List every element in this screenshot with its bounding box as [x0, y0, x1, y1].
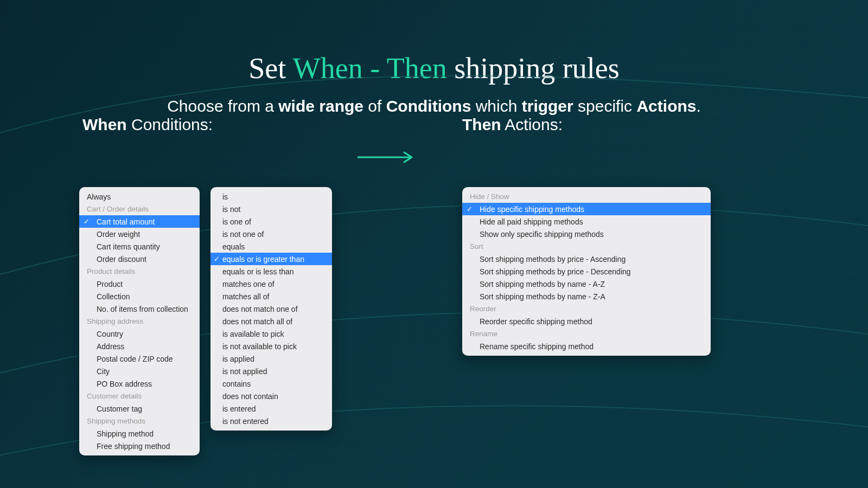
condition-item-always[interactable]: Always — [79, 190, 200, 203]
operator-item[interactable]: is not entered — [210, 415, 332, 427]
section-label-then: Then Actions: — [462, 115, 563, 134]
action-item[interactable]: Sort shipping methods by name - Z-A — [462, 290, 711, 303]
title-accent: When - Then — [293, 52, 447, 85]
action-item[interactable]: Hide all paid shipping methods — [462, 215, 711, 228]
page-title: Set When - Then shipping rules — [0, 0, 868, 85]
operator-item[interactable]: matches one of — [210, 278, 332, 290]
actions-dropdown[interactable]: Hide / ShowHide specific shipping method… — [462, 187, 711, 356]
operator-item[interactable]: is not available to pick — [210, 340, 332, 352]
condition-item[interactable]: Postal code / ZIP code — [79, 352, 200, 365]
operator-item[interactable]: is entered — [210, 402, 332, 415]
condition-item[interactable]: PO Box address — [79, 377, 200, 390]
action-item[interactable]: Rename specific shipping method — [462, 340, 711, 352]
action-item[interactable]: Sort shipping methods by name - A-Z — [462, 278, 711, 290]
condition-item[interactable]: Order discount — [79, 253, 200, 265]
condition-group-label: Product details — [79, 265, 200, 278]
operator-item[interactable]: is applied — [210, 352, 332, 365]
arrow-icon — [355, 149, 420, 168]
action-item[interactable]: Show only specific shipping methods — [462, 228, 711, 240]
operators-dropdown[interactable]: isis notis one ofis not one ofequalsequa… — [210, 187, 332, 431]
condition-item[interactable]: Order weight — [79, 228, 200, 240]
operator-item[interactable]: contains — [210, 377, 332, 390]
condition-item[interactable]: Customer tag — [79, 402, 200, 415]
condition-item[interactable]: Cart items quantity — [79, 240, 200, 253]
title-pre: Set — [248, 52, 293, 85]
action-group-label: Sort — [462, 240, 711, 253]
action-group-label: Hide / Show — [462, 190, 711, 203]
conditions-dropdown[interactable]: AlwaysCart / Order detailsCart total amo… — [79, 187, 200, 455]
operator-item[interactable]: is — [210, 190, 332, 203]
condition-item[interactable]: Address — [79, 340, 200, 352]
condition-item[interactable]: Free shipping method — [79, 440, 200, 452]
page-subtitle: Choose from a wide range of Conditions w… — [0, 97, 868, 115]
operator-item[interactable]: is not one of — [210, 228, 332, 240]
action-item[interactable]: Reorder specific shipping method — [462, 315, 711, 328]
condition-item[interactable]: Shipping method — [79, 427, 200, 440]
operator-item[interactable]: is not applied — [210, 365, 332, 377]
condition-group-label: Shipping methods — [79, 415, 200, 427]
condition-item[interactable]: Country — [79, 328, 200, 340]
action-item[interactable]: Sort shipping methods by price - Descend… — [462, 265, 711, 278]
action-item[interactable]: Hide specific shipping methods — [462, 203, 711, 215]
operator-item[interactable]: equals or is less than — [210, 265, 332, 278]
operator-item[interactable]: is available to pick — [210, 328, 332, 340]
section-label-when: When Conditions: — [82, 115, 213, 134]
condition-item[interactable]: City — [79, 365, 200, 377]
operator-item[interactable]: equals — [210, 240, 332, 253]
action-group-label: Rename — [462, 328, 711, 340]
condition-group-label: Customer details — [79, 390, 200, 402]
operator-item[interactable]: equals or is greater than — [210, 253, 332, 265]
operator-item[interactable]: does not contain — [210, 390, 332, 402]
condition-group-label: Shipping address — [79, 315, 200, 328]
condition-item[interactable]: Product — [79, 278, 200, 290]
operator-item[interactable]: does not match all of — [210, 315, 332, 328]
operator-item[interactable]: does not match one of — [210, 303, 332, 315]
condition-group-label: Cart / Order details — [79, 203, 200, 215]
title-post: shipping rules — [447, 52, 620, 85]
operator-item[interactable]: is not — [210, 203, 332, 215]
condition-item[interactable]: Collection — [79, 290, 200, 303]
condition-item[interactable]: No. of items from collection — [79, 303, 200, 315]
action-item[interactable]: Sort shipping methods by price - Ascendi… — [462, 253, 711, 265]
operator-item[interactable]: is one of — [210, 215, 332, 228]
operator-item[interactable]: matches all of — [210, 290, 332, 303]
condition-item[interactable]: Cart total amount — [79, 215, 200, 228]
action-group-label: Reorder — [462, 303, 711, 315]
